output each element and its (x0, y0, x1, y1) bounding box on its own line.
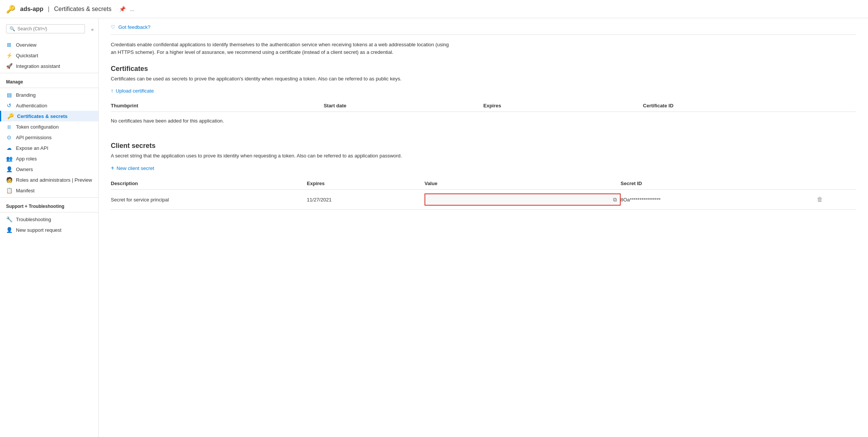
app-roles-icon: 👥 (6, 156, 12, 162)
integration-icon: 🚀 (6, 63, 12, 69)
sidebar-item-owners[interactable]: 👤 Owners (0, 164, 98, 174)
sidebar-item-authentication[interactable]: ↺ Authentication (0, 100, 98, 111)
delete-icon[interactable]: 🗑 (817, 196, 856, 203)
sidebar-label-authentication: Authentication (16, 103, 47, 108)
quickstart-icon: ⚡ (6, 52, 12, 58)
secret-description: Secret for service principal (111, 197, 307, 203)
sidebar-item-quickstart[interactable]: ⚡ Quickstart (0, 50, 98, 61)
page-title-header: Certificates & secrets (54, 6, 112, 13)
sidebar-item-integration-assistant[interactable]: 🚀 Integration assistant (0, 61, 98, 71)
app-icon: 🔑 (6, 5, 16, 14)
col-start-date: Start date (324, 103, 483, 108)
collapse-button[interactable]: « (90, 25, 95, 34)
new-secret-label: New client secret (116, 165, 154, 171)
sidebar-item-token-configuration[interactable]: ||| Token configuration (0, 121, 98, 132)
secret-value-cell: ⧉ (425, 193, 621, 206)
secret-expires: 11/27/2021 (307, 197, 425, 203)
sidebar-item-roles-administrators[interactable]: 🧑 Roles and administrators | Preview (0, 174, 98, 185)
pin-icon[interactable]: 📌 (119, 6, 126, 12)
certificates-description: Certificates can be used as secrets to p… (111, 76, 856, 82)
copy-icon[interactable]: ⧉ (613, 196, 617, 203)
title-separator: | (48, 6, 49, 13)
feedback-label[interactable]: Got feedback? (118, 24, 151, 30)
sidebar-item-troubleshooting[interactable]: 🔧 Troubleshooting (0, 214, 98, 225)
sidebar: 🔍 « ⊞ Overview ⚡ Quickstart 🚀 Integratio… (0, 18, 99, 437)
sidebar-label-manifest: Manifest (16, 188, 35, 193)
sidebar-item-api-permissions[interactable]: ⊙ API permissions (0, 132, 98, 143)
layout: 🔍 « ⊞ Overview ⚡ Quickstart 🚀 Integratio… (0, 18, 868, 437)
col-secret-id: Secret ID (621, 181, 817, 186)
upload-label: Upload certificate (116, 88, 154, 94)
sidebar-item-new-support-request[interactable]: 👤 New support request (0, 225, 98, 235)
client-secrets-title: Client secrets (111, 142, 856, 150)
add-icon: + (111, 165, 114, 171)
expose-api-icon: ☁ (6, 145, 12, 151)
authentication-icon: ↺ (6, 102, 12, 108)
sidebar-label-support: New support request (16, 227, 61, 233)
branding-icon: ▤ (6, 92, 12, 98)
search-box[interactable]: 🔍 (6, 24, 85, 33)
col-value: Value (425, 181, 621, 186)
client-secrets-section: Client secrets A secret string that the … (111, 142, 856, 210)
owners-icon: 👤 (6, 166, 12, 172)
search-icon: 🔍 (9, 26, 15, 31)
secrets-table-header: Description Expires Value Secret ID (111, 178, 856, 190)
sidebar-label-token: Token configuration (16, 124, 59, 130)
feedback-heart-icon: ♡ (111, 24, 115, 30)
support-section-label: Support + Troubleshooting (0, 199, 98, 211)
page-description: Credentials enable confidential applicat… (111, 41, 452, 56)
certificates-section: Certificates Certificates can be used as… (111, 65, 856, 130)
manage-section-label: Manage (0, 75, 98, 86)
certificates-title: Certificates (111, 65, 856, 73)
overview-icon: ⊞ (6, 42, 12, 48)
certificates-table-header: Thumbprint Start date Expires Certificat… (111, 100, 856, 112)
more-icon[interactable]: ... (130, 6, 135, 12)
app-name: ads-app (20, 6, 43, 13)
sidebar-label-roles-admin: Roles and administrators | Preview (16, 177, 92, 183)
sidebar-label-branding: Branding (16, 92, 36, 98)
sidebar-label-troubleshooting: Troubleshooting (16, 217, 51, 222)
client-secrets-description: A secret string that the application use… (111, 153, 856, 159)
col-expires: Expires (483, 103, 643, 108)
support-request-icon: 👤 (6, 227, 12, 233)
top-bar: 🔑 ads-app | Certificates & secrets 📌 ... (0, 0, 868, 18)
main-content: ♡ Got feedback? Credentials enable confi… (99, 18, 868, 437)
troubleshooting-icon: 🔧 (6, 216, 12, 222)
sidebar-item-branding[interactable]: ▤ Branding (0, 90, 98, 100)
upload-icon: ↑ (111, 88, 113, 94)
sidebar-item-overview[interactable]: ⊞ Overview (0, 39, 98, 50)
sidebar-label-integration: Integration assistant (16, 63, 60, 69)
col-certificate-id: Certificate ID (643, 103, 856, 108)
sidebar-item-certificates-secrets[interactable]: 🔑 Certificates & secrets (0, 111, 98, 121)
col-description: Description (111, 181, 307, 186)
sidebar-label-expose: Expose an API (16, 145, 48, 151)
col-expires: Expires (307, 181, 425, 186)
col-thumbprint: Thumbprint (111, 103, 324, 108)
manifest-icon: 📋 (6, 187, 12, 193)
token-icon: ||| (6, 124, 12, 130)
sidebar-item-manifest[interactable]: 📋 Manifest (0, 185, 98, 196)
sidebar-label-quickstart: Quickstart (16, 53, 38, 58)
roles-admin-icon: 🧑 (6, 177, 12, 183)
secret-id: 8Oa**************** (621, 197, 817, 203)
search-input[interactable] (17, 26, 82, 31)
sidebar-item-expose-api[interactable]: ☁ Expose an API (0, 143, 98, 153)
table-row: Secret for service principal 11/27/2021 … (111, 190, 856, 210)
api-permissions-icon: ⊙ (6, 134, 12, 140)
sidebar-label-owners: Owners (16, 167, 33, 172)
sidebar-label-overview: Overview (16, 42, 36, 48)
col-actions (817, 181, 856, 186)
new-client-secret-button[interactable]: + New client secret (111, 165, 856, 171)
sidebar-label-certificates: Certificates & secrets (17, 113, 68, 119)
sidebar-item-app-roles[interactable]: 👥 App roles (0, 153, 98, 164)
sidebar-label-app-roles: App roles (16, 156, 37, 162)
upload-certificate-button[interactable]: ↑ Upload certificate (111, 88, 856, 94)
certificates-icon: 🔑 (7, 113, 13, 119)
certificates-empty-state: No certificates have been added for this… (111, 112, 856, 130)
feedback-bar: ♡ Got feedback? (111, 24, 856, 35)
sidebar-label-api: API permissions (16, 135, 52, 140)
